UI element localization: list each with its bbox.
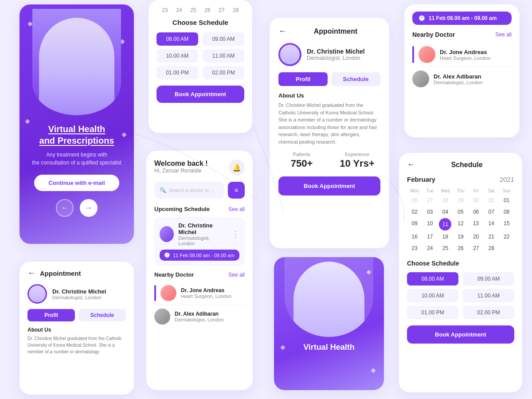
cal-day-24[interactable]: 24	[422, 243, 438, 254]
schedule-dates: 23 24 25 26 27 28	[156, 7, 244, 13]
about-text-card7: Dr. Christine Michel graduated from the …	[27, 335, 126, 355]
filter-button[interactable]: ≡	[228, 182, 245, 199]
continue-email-button[interactable]: Continue with e-mail	[34, 175, 119, 191]
cal-day-09[interactable]: 09	[407, 218, 422, 231]
cal-day-31-prev[interactable]: 31	[484, 195, 499, 206]
notification-icon[interactable]: 🔔	[229, 160, 245, 176]
more-options-icon[interactable]: ⋮	[231, 229, 239, 239]
day-header-tue: Tue	[422, 188, 438, 194]
appt-doc-text: Dr. Christine Michel Dermatologist, Lond…	[178, 222, 227, 246]
time-0200pm[interactable]: 02.00 PM	[203, 66, 244, 79]
time-1100am-card8[interactable]: 11.00 AM	[463, 289, 514, 302]
cal-day-01[interactable]: 01	[499, 195, 514, 206]
date-23[interactable]: 23	[159, 7, 171, 13]
back-arrow-icon[interactable]: ←	[278, 27, 286, 36]
choose-schedule-title: Choose Schedule	[156, 19, 244, 26]
time-1000am[interactable]: 10.00 AM	[156, 49, 198, 63]
date-28[interactable]: 28	[230, 7, 242, 13]
doctor-text: Dr. Christine Michel Dermatologist, Lond…	[307, 48, 365, 61]
see-all-nearby-card5[interactable]: See all	[228, 272, 245, 278]
back-arrow-card7[interactable]: ←	[27, 269, 35, 278]
cal-day-06[interactable]: 06	[468, 207, 484, 217]
cal-day-12[interactable]: 12	[453, 218, 469, 231]
see-all-link[interactable]: See all	[495, 31, 512, 38]
cal-day-21[interactable]: 21	[484, 231, 499, 242]
cal-day-17[interactable]: 17	[422, 231, 438, 242]
cal-day-07[interactable]: 07	[484, 207, 499, 217]
see-all-upcoming[interactable]: See all	[228, 206, 245, 212]
welcome-header: Welcome back ! Hi, Zanuar Renaldie 🔔	[154, 160, 245, 176]
tab-schedule[interactable]: Schedule	[331, 72, 380, 86]
time-0800am[interactable]: 08.00 AM	[156, 32, 198, 46]
cal-day-20[interactable]: 20	[468, 231, 484, 242]
time-1100am[interactable]: 11.00 AM	[203, 49, 244, 63]
day-header-fri: Fri	[468, 188, 484, 194]
cal-day-11-today[interactable]: 11	[439, 218, 451, 231]
doctor-text-card7: Dr. Christine Michel Dermatologist, Lond…	[52, 288, 106, 300]
welcome-title: Welcome back !	[154, 160, 208, 168]
cal-day-27[interactable]: 27	[468, 243, 484, 254]
tab-profil[interactable]: Profil	[278, 72, 328, 86]
back-arrow-card8[interactable]: ←	[407, 160, 415, 169]
app-header-card7: ← Appointment	[27, 269, 126, 278]
exp-label: Experience	[334, 152, 380, 157]
time-0200pm-card8[interactable]: 02.00 PM	[463, 306, 514, 319]
time-0900am[interactable]: 09.00 AM	[203, 32, 244, 46]
card1-subtitle: Any treatment begins withthe consultatio…	[23, 151, 130, 167]
cal-day-23[interactable]: 23	[407, 243, 422, 254]
doctor-silhouette	[39, 18, 114, 115]
cal-day-15[interactable]: 15	[499, 218, 514, 231]
cal-day-02[interactable]: 02	[407, 207, 422, 217]
time-0100pm-card8[interactable]: 01.00 PM	[407, 306, 458, 319]
schedule-header: ← Schedule	[407, 160, 514, 169]
cal-day-29-prev[interactable]: 29	[453, 195, 469, 206]
cal-day-10[interactable]: 10	[422, 218, 438, 231]
time-0800am-card8[interactable]: 08.00 AM	[407, 272, 458, 286]
cal-day-27-prev[interactable]: 27	[422, 195, 438, 206]
cal-day-04[interactable]: 04	[438, 207, 453, 217]
about-title: About Us	[278, 92, 380, 99]
tab-schedule-card7[interactable]: Schedule	[78, 309, 126, 321]
card-virtual-health-main: Virtual Health and Prescriptions Any tre…	[20, 4, 134, 244]
nearby-doc-info-alex: Dr. Alex Adibaran Dermatologist, London	[175, 311, 224, 322]
cal-day-19[interactable]: 19	[453, 231, 469, 242]
book-appointment-button-center[interactable]: Book Appointment	[278, 176, 380, 196]
book-appointment-button-top[interactable]: Book Appointment	[156, 86, 244, 103]
time-0900am-card8[interactable]: 09.00 AM	[463, 272, 514, 286]
cal-day-28[interactable]: 28	[484, 243, 499, 254]
card-virtual-health-bottom: Virtual Health	[274, 257, 384, 390]
cal-day-30-prev[interactable]: 30	[468, 195, 484, 206]
title-line1: Virtual Health	[48, 124, 106, 134]
date-25[interactable]: 25	[188, 7, 199, 13]
doctor-avatar-card7	[27, 284, 47, 304]
cal-day-14[interactable]: 14	[484, 218, 499, 231]
cal-day-05[interactable]: 05	[453, 207, 469, 217]
clock-icon: 🕐	[419, 15, 425, 21]
appt-spec: Dermatologist, London	[178, 235, 227, 246]
nav-next-button[interactable]: →	[80, 199, 98, 217]
cal-day-18[interactable]: 18	[438, 231, 453, 242]
cal-day-26-prev[interactable]: 26	[407, 195, 422, 206]
doctor-spec-card7: Dermatologist, London	[52, 295, 106, 300]
cal-day-26[interactable]: 26	[453, 243, 469, 254]
cal-day-16[interactable]: 16	[407, 231, 422, 242]
date-24[interactable]: 24	[173, 7, 185, 13]
cal-day-03[interactable]: 03	[422, 207, 438, 217]
date-27[interactable]: 27	[216, 7, 227, 13]
time-1000am-card8[interactable]: 10.00 AM	[407, 289, 458, 302]
cal-day-28-prev[interactable]: 28	[438, 195, 453, 206]
cal-day-22[interactable]: 22	[499, 231, 514, 242]
nav-prev-button[interactable]: ←	[56, 199, 74, 217]
book-appointment-button-right[interactable]: Book Appointment	[407, 325, 514, 344]
cal-day-25[interactable]: 25	[438, 243, 453, 254]
cal-day-08[interactable]: 08	[499, 207, 514, 217]
appt-avatar	[160, 226, 174, 242]
appointment-header: ← Appointment	[278, 27, 380, 36]
date-26[interactable]: 26	[202, 7, 213, 13]
choose-schedule-title-card8: Choose Schedule	[407, 260, 514, 267]
day-header-sat: Sat	[484, 188, 499, 194]
time-0100pm[interactable]: 01.00 PM	[156, 66, 198, 79]
search-box[interactable]: 🔍 Search a doctor or ...	[154, 182, 224, 199]
tab-profil-card7[interactable]: Profil	[27, 309, 75, 321]
cal-day-13[interactable]: 13	[468, 218, 484, 231]
